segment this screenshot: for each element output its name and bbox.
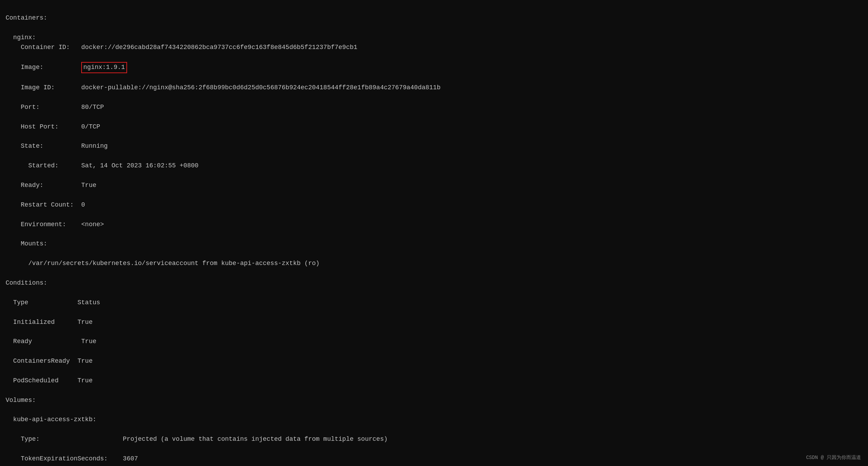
line-port: Port: 80/TCP <box>6 103 862 112</box>
line-host-port: Host Port: 0/TCP <box>6 122 862 132</box>
line-token: TokenExpirationSeconds: 3607 <box>6 454 862 464</box>
line-volume-name: kube-api-access-zxtkb: <box>6 415 862 425</box>
line-initialized: Initialized True <box>6 318 862 327</box>
line-container-id: Container ID: docker://de296cabd28af7434… <box>6 43 862 53</box>
line-containers-ready: ContainersReady True <box>6 356 862 366</box>
line-conditions-type: Type Status <box>6 298 862 308</box>
line-conditions-header: Conditions: <box>6 278 862 288</box>
line-started: Started: Sat, 14 Oct 2023 16:02:55 +0800 <box>6 161 862 171</box>
line-restart: Restart Count: 0 <box>6 200 862 210</box>
line-volumes-header: Volumes: <box>6 396 862 405</box>
line-ready: Ready: True <box>6 181 862 190</box>
line-state: State: Running <box>6 141 862 151</box>
line-mounts-value: /var/run/secrets/kubernetes.io/serviceac… <box>6 259 862 269</box>
line-nginx: nginx: <box>6 33 862 43</box>
line-type: Type: Projected (a volume that contains … <box>6 434 862 444</box>
watermark: CSDN @ 只因为你而温道 <box>806 454 861 462</box>
line-mounts-header: Mounts: <box>6 239 862 249</box>
line-ready-cond: Ready True <box>6 337 862 347</box>
line-image: Image: nginx:1.9.1 <box>6 62 862 73</box>
line-image-id: Image ID: docker-pullable://nginx@sha256… <box>6 83 862 93</box>
line-containers: Containers: <box>6 13 862 23</box>
line-environment: Environment: <none> <box>6 220 862 230</box>
terminal-output: Containers: nginx: Container ID: docker:… <box>6 4 862 466</box>
image-value-highlighted: nginx:1.9.1 <box>81 62 127 73</box>
line-pod-scheduled: PodScheduled True <box>6 376 862 386</box>
